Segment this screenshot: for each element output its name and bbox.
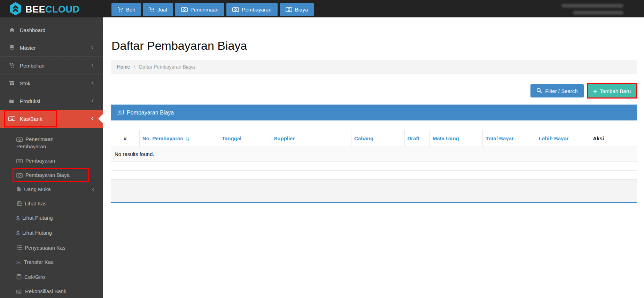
sidebar-item-label: Stok [20,80,30,86]
calculator-icon [16,274,22,280]
nav-button-beli[interactable]: Beli [111,3,141,16]
sidebar-item-dashboard[interactable]: Dashboard [0,21,103,39]
toolbar: Filter / Search + Tambah Baru [103,83,637,99]
sidebar-item-label: Produksi [20,98,40,104]
table-header-row: # No. Pembayaran ↓za Tanggal Supplier Ca… [111,130,637,147]
column-header-number: # [111,130,139,147]
column-header-mata-uang[interactable]: Mata Uang [429,130,482,147]
sidebar-item-stok[interactable]: Stok ‹ [0,74,103,92]
empty-results-row: No results found. [111,147,637,162]
chevron-left-icon: ‹ [92,185,94,193]
submenu-item-cek-giro[interactable]: Cek/Giro [0,270,103,284]
kas-bank-submenu: Penerimaan Pembayaran Pembayaran Pembaya… [0,128,103,298]
nav-button-label: Penerimaan [191,7,219,13]
money-icon [181,7,188,12]
user-name-redacted [561,4,623,8]
submenu-item-label: Rekonsiliasi Bank [25,288,66,294]
navbar-quick-buttons: Beli Jual Penerimaan Pembayaran Biaya [111,3,314,16]
submenu-item-pembayaran[interactable]: Pembayaran [0,154,103,168]
chevron-left-icon: ‹ [91,79,94,87]
main-content: Daftar Pembayaran Biaya Home / Daftar Pe… [103,17,644,298]
empty-results-message: No results found. [111,147,637,162]
plus-icon: + [593,88,597,94]
nav-button-penerimaan[interactable]: Penerimaan [175,3,225,16]
submenu-item-label: Uang Muka [24,186,51,192]
nav-button-label: Pembayaran [242,7,271,13]
submenu-item-label: Penyesuaian Kas [25,245,65,251]
submenu-item-label: Lihat Kas [25,201,47,206]
nav-button-biaya[interactable]: Biaya [280,3,314,16]
sidebar-item-master[interactable]: Master ‹ [0,39,103,57]
breadcrumb: Home / Daftar Pembayaran Biaya [111,60,637,74]
user-email-redacted [573,11,623,15]
column-header-aksi: Aksi [590,130,637,147]
submenu-item-label: Pembayaran Biaya [25,172,70,178]
panel-heading: Pembayaran Biaya [111,105,637,120]
submenu-item-lihat-hutang[interactable]: $Lihat Hutang [0,226,103,241]
submenu-item-label: Lihat Piutang [22,215,53,221]
sidebar-item-produksi[interactable]: Produksi ‹ [0,92,103,110]
column-header-no-pembayaran[interactable]: No. Pembayaran ↓za [139,130,219,147]
column-header-lebih-bayar[interactable]: Lebih Bayar [536,130,590,147]
sort-desc-icon: ↓za [185,136,189,141]
submenu-item-label: Cek/Giro [24,274,45,280]
submenu-item-lihat-kas[interactable]: Lihat Kas [0,196,103,211]
sidebar-item-label: Pembelian [20,63,45,69]
column-header-draft[interactable]: Draft [404,130,429,147]
home-icon [8,27,16,33]
submenu-item-lihat-piutang[interactable]: $Lihat Piutang [0,211,103,226]
pembayaran-biaya-table: # No. Pembayaran ↓za Tanggal Supplier Ca… [111,130,637,180]
nav-button-label: Biaya [295,7,308,13]
chevron-left-icon: ‹ [91,61,94,69]
money-icon [286,7,292,12]
blank-row [111,171,637,180]
cart-icon [149,7,155,12]
tambah-baru-button[interactable]: + Tambah Baru [588,84,636,97]
file-icon [16,186,21,192]
panel-title: Pembayaran Biaya [127,110,174,116]
submenu-item-uang-muka[interactable]: Uang Muka ‹ [0,182,103,196]
column-header-tanggal[interactable]: Tanggal [219,130,271,147]
annotation-box-tambah-baru: + Tambah Baru [587,83,637,99]
search-icon [536,88,542,94]
tambah-baru-label: Tambah Baru [600,88,631,94]
submenu-item-penyesuaian-kas[interactable]: Penyesuaian Kas [0,241,103,255]
column-header-supplier[interactable]: Supplier [271,130,351,147]
money-icon [16,138,23,142]
dollar-icon: $ [16,230,20,237]
breadcrumb-home-link[interactable]: Home [117,64,130,70]
submenu-item-transfer-kas[interactable]: ✂Transfer Kas [0,255,103,270]
sidebar-item-pembelian[interactable]: Pembelian ‹ [0,57,103,74]
sidebar: Dashboard Master ‹ Pembelian ‹ Stok ‹ Pr… [0,17,103,298]
money-icon [16,159,23,163]
user-info-redacted [561,4,623,15]
sort-link[interactable]: No. Pembayaran ↓za [142,135,189,141]
chevron-left-icon: ‹ [91,97,94,104]
chevron-left-icon: ‹ [91,115,94,122]
bank-icon [16,201,22,206]
money-icon [16,173,23,178]
submenu-item-penerimaan-pembayaran[interactable]: Penerimaan Pembayaran [0,132,103,154]
sidebar-item-kas-bank[interactable]: Kas/Bank ‹ [0,110,103,128]
panel-body-gap [111,120,637,130]
submenu-item-label: Pembayaran [25,158,55,164]
nav-button-pembayaran[interactable]: Pembayaran [226,3,277,16]
money-icon [232,7,239,12]
chevron-left-icon: ‹ [91,44,94,51]
panel-footer [111,180,637,202]
factory-icon [8,98,16,104]
submenu-item-rekonsiliasi-bank[interactable]: Rekonsiliasi Bank [0,284,103,298]
filter-search-button[interactable]: Filter / Search [530,84,583,97]
column-header-total-bayar[interactable]: Total Bayar [483,130,536,147]
column-header-cabang[interactable]: Cabang [351,130,404,147]
breadcrumb-current: Daftar Pembayaran Biaya [139,64,195,70]
submenu-item-label: Lihat Hutang [22,230,52,236]
breadcrumb-separator: / [134,64,135,70]
cart-plus-icon [8,63,16,68]
beecloud-hexagon-icon [9,2,22,17]
nav-button-jual[interactable]: Jual [143,3,173,16]
sidebar-item-label: Master [20,45,36,51]
money-icon [8,116,16,121]
submenu-item-pembayaran-biaya[interactable]: Pembayaran Biaya [0,168,103,182]
brand-logo: BEECLOUD [9,2,80,17]
